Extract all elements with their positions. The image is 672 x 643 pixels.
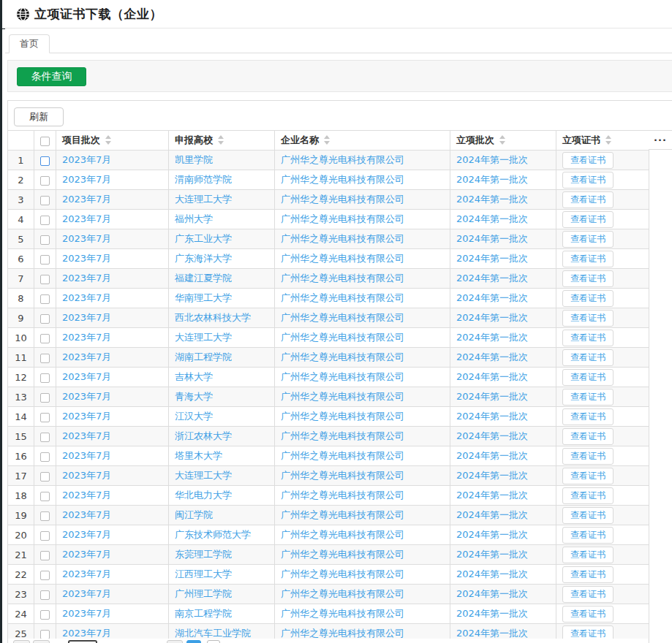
view-certificate-button[interactable]: 查看证书 [562, 211, 614, 228]
row-checkbox[interactable] [40, 630, 50, 639]
tab-home[interactable]: 首页 [9, 34, 50, 53]
batch-link[interactable]: 2023年7月 [62, 470, 111, 481]
school-link[interactable]: 江汉大学 [175, 411, 213, 422]
school-link[interactable]: 青海大学 [175, 391, 213, 402]
column-header-school[interactable]: 申报高校 [169, 131, 275, 151]
view-certificate-button[interactable]: 查看证书 [562, 349, 614, 366]
school-link[interactable]: 渭南师范学院 [175, 174, 232, 185]
column-header-batch[interactable]: 项目批次 [56, 131, 169, 151]
school-link[interactable]: 闽江学院 [175, 509, 213, 520]
company-link[interactable]: 广州华之尊光电科技有限公司 [281, 529, 404, 540]
company-link[interactable]: 广州华之尊光电科技有限公司 [281, 194, 404, 205]
view-certificate-button[interactable]: 查看证书 [562, 330, 614, 346]
company-link[interactable]: 广州华之尊光电科技有限公司 [281, 490, 404, 501]
school-link[interactable]: 大连理工大学 [175, 470, 232, 481]
approval-link[interactable]: 2024年第一批次 [456, 371, 528, 382]
row-checkbox[interactable] [40, 433, 50, 442]
school-link[interactable]: 福州大学 [175, 213, 213, 224]
view-certificate-button[interactable]: 查看证书 [562, 369, 614, 386]
row-checkbox[interactable] [40, 610, 50, 620]
approval-link[interactable]: 2024年第一批次 [456, 411, 528, 422]
approval-link[interactable]: 2024年第一批次 [456, 253, 528, 264]
approval-link[interactable]: 2024年第一批次 [456, 588, 528, 599]
row-checkbox[interactable] [40, 511, 50, 521]
company-link[interactable]: 广州华之尊光电科技有限公司 [281, 411, 404, 422]
school-link[interactable]: 广东技术师范大学 [175, 529, 251, 540]
company-link[interactable]: 广州华之尊光电科技有限公司 [281, 233, 404, 244]
school-link[interactable]: 大连理工大学 [175, 332, 232, 343]
approval-link[interactable]: 2024年第一批次 [456, 549, 528, 560]
row-checkbox[interactable] [40, 294, 50, 304]
pagination-next-button[interactable] [207, 640, 220, 643]
page-size-select[interactable] [68, 640, 97, 643]
view-certificate-button[interactable]: 查看证书 [562, 389, 614, 406]
school-link[interactable]: 东莞理工学院 [175, 549, 232, 560]
batch-link[interactable]: 2023年7月 [62, 371, 111, 382]
row-checkbox[interactable] [40, 413, 50, 422]
batch-link[interactable]: 2023年7月 [62, 292, 111, 303]
batch-link[interactable]: 2023年7月 [62, 154, 111, 165]
batch-link[interactable]: 2023年7月 [62, 568, 111, 579]
batch-link[interactable]: 2023年7月 [62, 549, 111, 560]
view-certificate-button[interactable]: 查看证书 [562, 566, 614, 583]
row-checkbox[interactable] [40, 196, 50, 205]
batch-link[interactable]: 2023年7月 [62, 490, 111, 501]
row-checkbox[interactable] [40, 492, 50, 501]
view-certificate-button[interactable]: 查看证书 [562, 428, 614, 445]
pagination-first-button[interactable] [13, 640, 30, 643]
school-link[interactable]: 凯里学院 [175, 154, 213, 165]
more-columns-button[interactable]: ··· [649, 130, 672, 150]
batch-link[interactable]: 2023年7月 [62, 608, 111, 619]
sort-icon[interactable] [605, 135, 612, 145]
sort-icon[interactable] [324, 135, 331, 145]
row-checkbox[interactable] [40, 590, 50, 600]
row-checkbox[interactable] [40, 176, 50, 186]
company-link[interactable]: 广州华之尊光电科技有限公司 [281, 273, 404, 284]
batch-link[interactable]: 2023年7月 [62, 194, 111, 205]
row-checkbox[interactable] [40, 156, 50, 166]
company-link[interactable]: 广州华之尊光电科技有限公司 [281, 509, 404, 520]
school-link[interactable]: 塔里木大学 [175, 450, 222, 461]
view-certificate-button[interactable]: 查看证书 [562, 527, 614, 544]
approval-link[interactable]: 2024年第一批次 [456, 292, 528, 303]
view-certificate-button[interactable]: 查看证书 [562, 408, 614, 425]
company-link[interactable]: 广州华之尊光电科技有限公司 [281, 253, 404, 264]
company-link[interactable]: 广州华之尊光电科技有限公司 [281, 391, 404, 402]
row-checkbox[interactable] [40, 531, 50, 541]
row-checkbox[interactable] [40, 275, 50, 284]
school-link[interactable]: 江西理工大学 [175, 568, 232, 579]
approval-link[interactable]: 2024年第一批次 [456, 154, 528, 165]
approval-link[interactable]: 2024年第一批次 [456, 430, 528, 441]
row-checkbox[interactable] [40, 452, 50, 462]
company-link[interactable]: 广州华之尊光电科技有限公司 [281, 568, 404, 579]
batch-link[interactable]: 2023年7月 [62, 273, 111, 284]
approval-link[interactable]: 2024年第一批次 [456, 529, 528, 540]
view-certificate-button[interactable]: 查看证书 [562, 586, 614, 603]
row-checkbox[interactable] [40, 354, 50, 363]
batch-link[interactable]: 2023年7月 [62, 509, 111, 520]
row-checkbox[interactable] [40, 393, 50, 403]
row-checkbox[interactable] [40, 314, 50, 324]
view-certificate-button[interactable]: 查看证书 [562, 547, 614, 563]
school-link[interactable]: 南京工程学院 [175, 608, 232, 619]
batch-link[interactable]: 2023年7月 [62, 213, 111, 224]
approval-link[interactable]: 2024年第一批次 [456, 490, 528, 501]
school-link[interactable]: 华南理工大学 [175, 292, 232, 303]
company-link[interactable]: 广州华之尊光电科技有限公司 [281, 430, 404, 441]
sort-icon[interactable] [218, 135, 224, 145]
batch-link[interactable]: 2023年7月 [62, 450, 111, 461]
batch-link[interactable]: 2023年7月 [62, 351, 111, 362]
pagination-page-button[interactable] [167, 640, 183, 643]
approval-link[interactable]: 2024年第一批次 [456, 351, 528, 362]
approval-link[interactable]: 2024年第一批次 [456, 568, 528, 579]
company-link[interactable]: 广州华之尊光电科技有限公司 [281, 213, 404, 224]
batch-link[interactable]: 2023年7月 [62, 628, 111, 639]
batch-link[interactable]: 2023年7月 [62, 174, 111, 185]
school-link[interactable]: 大连理工大学 [175, 194, 232, 205]
batch-link[interactable]: 2023年7月 [62, 430, 111, 441]
approval-link[interactable]: 2024年第一批次 [456, 450, 528, 461]
sort-icon[interactable] [499, 135, 506, 145]
view-certificate-button[interactable]: 查看证书 [562, 172, 614, 189]
batch-link[interactable]: 2023年7月 [62, 391, 111, 402]
company-link[interactable]: 广州华之尊光电科技有限公司 [281, 174, 404, 185]
